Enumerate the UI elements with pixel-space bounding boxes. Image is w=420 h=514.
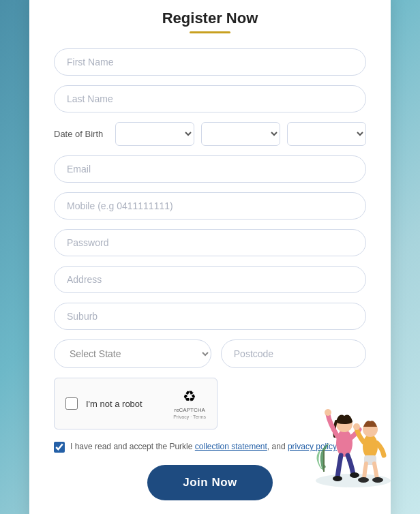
suburb-input[interactable] [54,303,366,330]
dob-row: Date of Birth JanFebMar AprMayJun JulAug… [54,122,366,146]
svg-point-3 [336,416,352,432]
dob-label: Date of Birth [54,129,108,139]
captcha-checkbox[interactable] [65,397,78,410]
svg-point-4 [325,409,331,416]
svg-point-12 [372,477,383,483]
dob-year-select[interactable]: for(let y=2024;y>=1920;y--) document.wri… [287,122,366,146]
svg-point-8 [363,422,378,437]
postcode-input[interactable] [221,339,366,368]
captcha-box: I'm not a robot ♻ reCAPTCHA Privacy · Te… [54,378,217,430]
last-name-input[interactable] [54,85,366,112]
join-btn-wrap: Join Now [54,465,366,500]
first-name-input[interactable] [54,48,366,76]
collection-statement-link[interactable]: collection statement [195,442,267,451]
svg-rect-10 [364,455,376,465]
recaptcha-logo-area: ♻ reCAPTCHA Privacy · Terms [173,388,206,420]
page-title: Register Now [54,10,366,27]
captcha-label: I'm not a robot [86,399,165,409]
svg-point-9 [353,423,360,430]
state-postcode-row: Select State ACT NSW NT QLD SA TAS VIC W… [54,339,366,368]
email-input[interactable] [54,155,366,183]
privacy-policy-link[interactable]: privacy policy [288,442,337,451]
mobile-input[interactable] [54,192,366,220]
terms-text: I have read and accept the Purkle collec… [70,440,337,453]
dob-day-select[interactable]: for(let i=1;i<=31;i++) document.write(`<… [201,122,280,146]
dob-month-select[interactable]: JanFebMar AprMayJun JulAugSep OctNovDec [115,122,194,146]
registration-card: Register Now Date of Birth JanFebMar Apr… [29,0,391,514]
state-select[interactable]: Select State ACT NSW NT QLD SA TAS VIC W… [54,339,211,368]
terms-row: I have read and accept the Purkle collec… [54,440,366,453]
password-input[interactable] [54,229,366,256]
title-underline [190,31,230,33]
recaptcha-brand: reCAPTCHA [174,407,205,414]
recaptcha-icon: ♻ [183,388,196,406]
address-input[interactable] [54,266,366,293]
recaptcha-links: Privacy · Terms [173,414,206,419]
terms-checkbox[interactable] [54,442,65,453]
join-now-button[interactable]: Join Now [147,465,273,500]
